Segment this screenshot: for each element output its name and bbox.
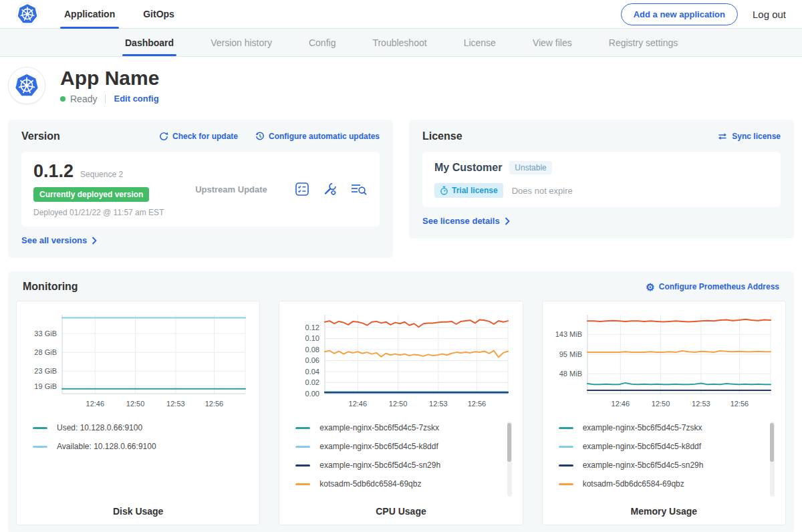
memory-usage-legend: example-nginx-5bc6f5d4c5-7zskxexample-ng…	[551, 420, 777, 501]
edit-config-link[interactable]: Edit config	[114, 94, 158, 104]
legend-label: example-nginx-5bc6f5d4c5-7zskx	[319, 423, 439, 432]
legend-item: Available: 10.128.0.66:9100	[33, 442, 239, 451]
svg-text:0.04: 0.04	[305, 368, 319, 376]
svg-text:12:56: 12:56	[468, 400, 487, 408]
svg-text:12:56: 12:56	[730, 400, 749, 408]
legend-color-dash	[559, 464, 573, 467]
svg-text:12:46: 12:46	[86, 400, 104, 408]
svg-text:12:46: 12:46	[612, 400, 630, 408]
logout-button[interactable]: Log out	[753, 9, 786, 20]
memory-usage-chart-card: 12:4612:5012:5312:56143 MiB95 MiB48 MiB …	[542, 301, 786, 525]
legend-scrollbar-thumb[interactable]	[507, 423, 511, 462]
legend-label: Available: 10.128.0.66:9100	[57, 442, 156, 451]
app-sub-nav: Dashboard Version history Config Trouble…	[0, 29, 802, 57]
version-card-title: Version	[21, 130, 60, 142]
cpu-usage-chart-card: 12:4612:5012:5312:560.120.100.080.060.04…	[279, 301, 523, 525]
edit-config-wrench-icon[interactable]	[322, 181, 338, 197]
svg-text:0.12: 0.12	[305, 323, 319, 331]
monitoring-section: Monitoring ⚙ Configure Prometheus Addres…	[8, 271, 794, 532]
tab-version-history[interactable]: Version history	[211, 29, 272, 56]
tab-license[interactable]: License	[464, 29, 496, 56]
chart-title: CPU Usage	[287, 506, 514, 517]
see-all-versions-link[interactable]: See all versions	[21, 235, 97, 245]
chart-title: Disk Usage	[25, 506, 251, 517]
disk-usage-legend: Used: 10.128.0.66:9100Available: 10.128.…	[25, 420, 251, 501]
legend-scrollbar[interactable]	[507, 422, 512, 497]
sync-license-link[interactable]: Sync license	[717, 132, 781, 141]
svg-text:33 GiB: 33 GiB	[34, 329, 57, 338]
svg-text:48 MiB: 48 MiB	[559, 370, 582, 378]
legend-label: kotsadm-5db6dc6584-69qbz	[319, 479, 421, 489]
page-title: App Name	[60, 68, 159, 89]
kubernetes-app-icon	[14, 73, 39, 98]
disk-usage-chart: 12:4612:5012:5312:5633 GiB28 GiB23 GiB19…	[27, 309, 249, 411]
preflight-checks-icon[interactable]	[294, 181, 310, 197]
legend-color-dash	[295, 464, 310, 467]
sync-icon	[717, 132, 728, 141]
cpu-usage-legend: example-nginx-5bc6f5d4c5-7zskxexample-ng…	[287, 420, 514, 501]
check-for-update-link[interactable]: Check for update	[159, 132, 238, 141]
view-deploy-logs-icon[interactable]	[350, 181, 368, 197]
tab-view-files[interactable]: View files	[533, 29, 572, 56]
divider	[105, 94, 106, 104]
legend-label: Used: 10.128.0.66:9100	[57, 423, 142, 432]
legend-label: example-nginx-5bc6f5d4c5-7zskx	[583, 423, 702, 432]
svg-text:12:53: 12:53	[692, 400, 710, 408]
svg-text:0.10: 0.10	[305, 334, 319, 342]
legend-item: example-nginx-5bc6f5d4c5-sn29h	[295, 460, 502, 470]
tab-registry-settings[interactable]: Registry settings	[609, 29, 678, 56]
expiry-text: Does not expire	[512, 186, 573, 196]
legend-scrollbar[interactable]	[770, 422, 775, 497]
svg-text:28 GiB: 28 GiB	[34, 348, 57, 356]
legend-label: example-nginx-5bc6f5d4c5-k8ddf	[319, 442, 438, 451]
tab-config[interactable]: Config	[309, 29, 336, 56]
trial-license-badge: Trial license	[434, 183, 503, 198]
legend-item: example-nginx-5bc6f5d4c5-sn29h	[559, 460, 765, 470]
svg-text:143 MiB: 143 MiB	[555, 330, 582, 338]
license-card-title: License	[422, 130, 462, 142]
stopwatch-icon	[440, 186, 448, 195]
add-new-application-button[interactable]: Add a new application	[621, 3, 738, 25]
app-avatar	[8, 67, 45, 104]
tab-application[interactable]: Application	[60, 0, 119, 29]
svg-text:0.02: 0.02	[305, 378, 319, 386]
legend-color-dash	[295, 427, 310, 429]
svg-text:12:53: 12:53	[429, 400, 448, 408]
legend-color-dash	[295, 446, 310, 448]
kubernetes-logo-icon[interactable]	[16, 3, 39, 25]
svg-text:12:50: 12:50	[389, 400, 408, 408]
tab-dashboard[interactable]: Dashboard	[125, 29, 174, 56]
legend-color-dash	[559, 483, 573, 485]
legend-label: example-nginx-5bc6f5d4c5-sn29h	[319, 460, 440, 470]
license-card: License Sync license My Customer Unstabl…	[409, 120, 794, 239]
memory-usage-chart: 12:4612:5012:5312:56143 MiB95 MiB48 MiB	[553, 309, 775, 411]
svg-text:0.08: 0.08	[305, 346, 319, 354]
sequence-label: Sequence 2	[80, 170, 123, 179]
svg-text:19 GiB: 19 GiB	[34, 382, 57, 390]
clock-update-icon	[255, 132, 265, 141]
configure-prometheus-link[interactable]: ⚙ Configure Prometheus Address	[646, 282, 779, 292]
disk-usage-chart-card: 12:4612:5012:5312:5633 GiB28 GiB23 GiB19…	[16, 301, 260, 525]
legend-item: example-nginx-5bc6f5d4c5-k8ddf	[295, 442, 502, 451]
version-number: 0.1.2	[33, 161, 74, 182]
status-text: Ready	[70, 94, 97, 104]
legend-color-dash	[33, 427, 47, 429]
svg-text:12:56: 12:56	[205, 400, 223, 408]
configure-automatic-updates-link[interactable]: Configure automatic updates	[255, 132, 380, 141]
see-license-details-link[interactable]: See license details	[422, 216, 510, 226]
svg-text:12:53: 12:53	[166, 400, 185, 408]
tab-gitops[interactable]: GitOps	[139, 0, 178, 29]
gear-icon: ⚙	[646, 282, 654, 292]
svg-text:12:50: 12:50	[126, 400, 144, 408]
legend-item: example-nginx-5bc6f5d4c5-k8ddf	[559, 442, 765, 451]
svg-text:0.06: 0.06	[305, 356, 319, 364]
chevron-right-icon	[505, 217, 510, 225]
svg-text:12:46: 12:46	[349, 400, 368, 408]
legend-item: example-nginx-5bc6f5d4c5-7zskx	[295, 423, 502, 432]
tab-troubleshoot[interactable]: Troubleshoot	[372, 29, 426, 56]
top-nav: Application GitOps Add a new application…	[0, 0, 802, 29]
refresh-icon	[159, 132, 168, 141]
chevron-right-icon	[92, 237, 97, 245]
legend-label: example-nginx-5bc6f5d4c5-sn29h	[583, 460, 704, 470]
legend-scrollbar-thumb[interactable]	[770, 423, 774, 462]
